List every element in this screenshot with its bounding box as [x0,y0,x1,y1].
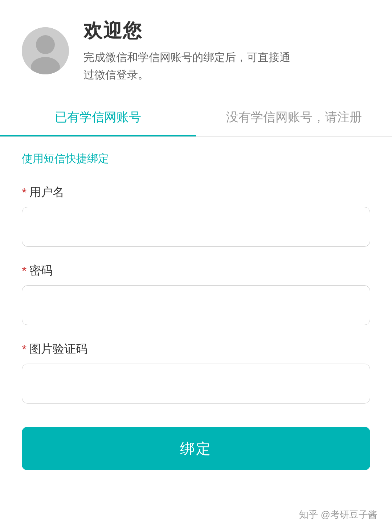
username-required-star: * [22,185,26,200]
username-label-text: 用户名 [29,184,64,200]
avatar [22,27,69,74]
password-input[interactable] [22,285,370,325]
username-group: * 用户名 [22,184,370,247]
content-section: 使用短信快捷绑定 * 用户名 * 密码 * 图片验证码 [0,137,392,532]
welcome-subtitle: 完成微信和学信网账号的绑定后，可直接通过微信登录。 [83,49,294,83]
page-container: 欢迎您 完成微信和学信网账号的绑定后，可直接通过微信登录。 已有学信网账号 没有… [0,0,392,532]
captcha-label: * 图片验证码 [22,341,370,357]
tab-existing-account[interactable]: 已有学信网账号 [0,98,196,136]
username-input[interactable] [22,207,370,247]
quick-bind-link[interactable]: 使用短信快捷绑定 [22,151,370,166]
welcome-title: 欢迎您 [83,18,294,44]
password-required-star: * [22,264,26,278]
footer-watermark: 知乎 @考研豆子酱 [299,508,377,521]
tab-section: 已有学信网账号 没有学信网账号，请注册 [0,98,392,137]
password-label: * 密码 [22,263,370,279]
submit-button[interactable]: 绑定 [22,427,370,470]
captcha-group: * 图片验证码 [22,341,370,404]
captcha-input[interactable] [22,364,370,404]
tab-register-account[interactable]: 没有学信网账号，请注册 [196,98,392,136]
svg-point-1 [36,35,55,54]
username-label: * 用户名 [22,184,370,200]
header-text: 欢迎您 完成微信和学信网账号的绑定后，可直接通过微信登录。 [83,18,294,83]
password-group: * 密码 [22,263,370,325]
captcha-label-text: 图片验证码 [29,341,87,357]
password-label-text: 密码 [29,263,53,279]
captcha-required-star: * [22,342,26,356]
header-section: 欢迎您 完成微信和学信网账号的绑定后，可直接通过微信登录。 [0,0,392,98]
